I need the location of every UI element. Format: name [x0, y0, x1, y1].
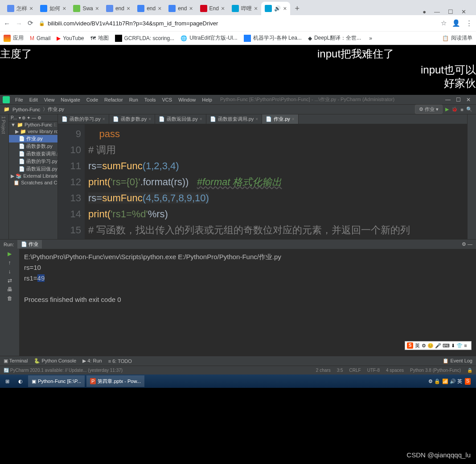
- run-button[interactable]: ▶: [445, 106, 449, 112]
- tree-file[interactable]: 📄 函数返回值.py: [9, 165, 57, 173]
- menu-help[interactable]: Help: [199, 97, 215, 102]
- stop-icon[interactable]: ↑: [8, 260, 11, 266]
- menu-navigate[interactable]: Navigate: [58, 97, 82, 102]
- tree-file-active[interactable]: 📄 作业.py: [9, 135, 57, 142]
- status-sdk[interactable]: Python 3.8 (Python-Func): [410, 368, 461, 373]
- run-config-selector[interactable]: ⚙ 作业 ▾: [415, 105, 443, 114]
- browser-tab[interactable]: end×: [165, 2, 196, 15]
- close-icon[interactable]: ✕: [466, 97, 471, 103]
- reading-list-button[interactable]: 📋 阅读清单: [442, 34, 472, 42]
- minimize-icon[interactable]: —: [445, 97, 451, 103]
- console-output[interactable]: E:\PythonPro\Python-Func\venv\Scripts\py…: [20, 249, 476, 356]
- bookmark-item[interactable]: GCRFLDA: scoring...: [115, 35, 175, 42]
- menu-edit[interactable]: Edit: [27, 97, 41, 102]
- run-tab-bottom[interactable]: ▶ 4: Run: [82, 358, 102, 364]
- close-icon[interactable]: ×: [127, 5, 130, 12]
- tree-scratch[interactable]: 📋 Scratches and Co: [9, 179, 57, 186]
- update-notice[interactable]: 🔄 PyCharm 2020.1 available: // Update...…: [4, 368, 123, 373]
- menu-run[interactable]: Run: [127, 97, 141, 102]
- browser-tab[interactable]: End×: [197, 2, 229, 15]
- forward-button[interactable]: →: [16, 20, 22, 27]
- close-icon[interactable]: ×: [189, 5, 193, 12]
- browser-tab[interactable]: 哔哩×: [228, 2, 261, 15]
- maximize-icon[interactable]: ☐: [448, 8, 453, 15]
- ime-icons[interactable]: ⚙ 😊 🎤 ⌨ ⬇ 👕 ≡: [422, 343, 467, 349]
- bookmark-item[interactable]: 🗺地图: [90, 34, 109, 42]
- browser-tab-active[interactable]: 🔊×: [261, 2, 290, 15]
- start-button[interactable]: ⊞: [2, 375, 13, 387]
- browser-tab[interactable]: end×: [134, 2, 165, 15]
- back-button[interactable]: ←: [4, 20, 10, 27]
- event-log-tab[interactable]: 📋 Event Log: [443, 358, 472, 364]
- editor-tab[interactable]: 📄 函数参数.py×: [109, 114, 156, 124]
- menu-file[interactable]: File: [12, 97, 26, 102]
- breadcrumb-file[interactable]: 〉作业.py: [43, 106, 64, 113]
- browser-tab[interactable]: 怎样×: [4, 2, 37, 15]
- minimize-icon[interactable]: —: [434, 8, 440, 15]
- editor-tab[interactable]: 📄 函数的学习.py×: [58, 114, 109, 124]
- print-icon[interactable]: 🖶: [7, 286, 12, 293]
- trash-icon[interactable]: 🗑: [7, 295, 12, 301]
- code-text[interactable]: pass # 调用 rs=sumFunc(1,2,3,4) print('rs=…: [85, 124, 467, 239]
- wrap-icon[interactable]: ⇄: [8, 277, 12, 284]
- editor-tab[interactable]: 📄 函数返回值.py×: [155, 114, 206, 124]
- run-tab[interactable]: 📄 作业: [17, 240, 42, 248]
- lock-icon[interactable]: 🔒: [467, 368, 472, 373]
- browser-tab[interactable]: 如何×: [37, 2, 70, 15]
- right-tool-strip[interactable]: [467, 114, 476, 239]
- menu-view[interactable]: View: [41, 97, 57, 102]
- editor-tab[interactable]: 📄 函数嵌套调用.py×: [206, 114, 263, 124]
- close-icon[interactable]: ×: [29, 5, 33, 12]
- url-input[interactable]: 🔒bilibili.com/video/BV1vA411b7Rn?p=34&sp…: [39, 20, 435, 27]
- settings-icon[interactable]: ⚙ —: [462, 241, 472, 247]
- ime-lang[interactable]: 英: [415, 342, 420, 349]
- ime-toolbar[interactable]: S 英 ⚙ 😊 🎤 ⌨ ⬇ 👕 ≡: [405, 341, 472, 350]
- chrome-taskbar-icon[interactable]: ◐: [15, 375, 26, 387]
- close-icon[interactable]: ×: [283, 5, 287, 12]
- rerun-icon[interactable]: ▶: [8, 251, 12, 257]
- left-tool-strip[interactable]: 1:Project: [0, 114, 9, 239]
- code-area[interactable]: 910111213141516 pass # 调用 rs=sumFunc(1,2…: [58, 124, 467, 239]
- browser-tab[interactable]: end×: [103, 2, 134, 15]
- menu-code[interactable]: Code: [84, 97, 101, 102]
- reload-button[interactable]: ⟳: [28, 19, 33, 27]
- close-icon[interactable]: ×: [254, 5, 258, 12]
- bookmark-item[interactable]: ◆DeepL翻译：全世...: [308, 34, 361, 42]
- status-encoding[interactable]: UTF-8: [367, 368, 380, 373]
- editor-tab-active[interactable]: 📄 作业.py×: [262, 114, 299, 124]
- tree-root[interactable]: ▼ 📁 Python-Func E:\: [9, 122, 57, 128]
- close-icon[interactable]: ×: [158, 5, 161, 12]
- menu-tools[interactable]: Tools: [142, 97, 159, 102]
- close-icon[interactable]: ×: [95, 5, 99, 12]
- breadcrumb-root[interactable]: Python-Func: [12, 107, 40, 112]
- terminal-tab[interactable]: ▣ Terminal: [4, 358, 28, 364]
- new-tab-button[interactable]: +: [290, 2, 304, 15]
- tree-file[interactable]: 📄 函数的学习.py: [9, 158, 57, 165]
- bookmark-item[interactable]: 🌐UltraEdit官方版-Ul...: [181, 34, 237, 42]
- maximize-icon[interactable]: ☐: [456, 97, 461, 103]
- tree-file[interactable]: 📄 函数嵌套调用.p: [9, 150, 57, 158]
- system-tray[interactable]: ⚙ 🔒 📶 🔊 英 S: [425, 378, 474, 385]
- down-icon[interactable]: ↓: [8, 269, 11, 275]
- project-tree[interactable]: P... ▾ ⊕ ✦ — ⚙ ▼ 📁 Python-Func E:\ ▶ 📁 v…: [9, 114, 58, 239]
- browser-tab[interactable]: Swa×: [70, 2, 103, 15]
- menu-refactor[interactable]: Refactor: [102, 97, 126, 102]
- powerpoint-taskbar-button[interactable]: P 第四章.pptx - Pow...: [86, 375, 144, 387]
- bookmark-item[interactable]: MGmail: [30, 35, 50, 41]
- status-crlf[interactable]: CRLF: [349, 368, 361, 373]
- menu-icon[interactable]: ⋮: [466, 19, 472, 27]
- todo-tab[interactable]: ≡ 6: TODO: [108, 358, 132, 364]
- star-icon[interactable]: ☆: [441, 19, 447, 27]
- overflow-icon[interactable]: »: [369, 35, 372, 41]
- apps-button[interactable]: 应用: [4, 34, 24, 42]
- tree-venv[interactable]: ▶ 📁 venv library ro: [9, 128, 57, 135]
- close-icon[interactable]: ×: [62, 5, 66, 12]
- close-icon[interactable]: ×: [221, 5, 225, 12]
- status-indent[interactable]: 4 spaces: [386, 368, 404, 373]
- bookmark-item[interactable]: ▶YouTube: [57, 35, 84, 41]
- python-console-tab[interactable]: 🐍 Python Console: [34, 358, 76, 364]
- menu-window[interactable]: Window: [176, 97, 198, 102]
- search-icon[interactable]: 🔍: [466, 106, 472, 112]
- debug-button[interactable]: 🐞: [451, 106, 458, 112]
- bookmark-item[interactable]: 机器学习-各种 Lea...: [244, 34, 302, 42]
